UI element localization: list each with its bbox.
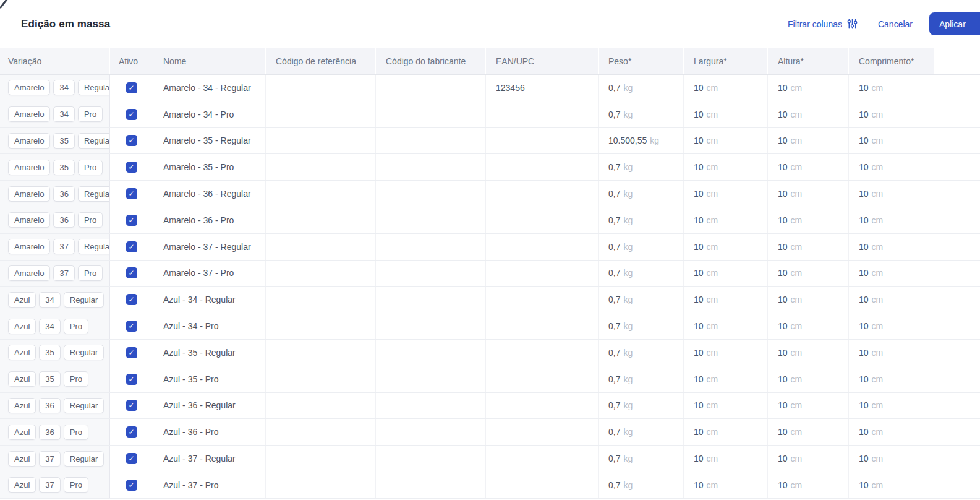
active-checkbox[interactable] [126,162,137,173]
active-checkbox[interactable] [126,347,137,358]
cell-codigo-fabricante[interactable] [376,446,486,472]
active-checkbox[interactable] [126,426,137,438]
cell-nome[interactable]: Azul - 35 - Pro [153,366,266,392]
cell-comprimento[interactable]: 10 cm [849,366,934,392]
cell-ean-upc[interactable] [486,261,599,287]
cell-nome[interactable]: Amarelo - 37 - Pro [153,261,266,287]
cell-codigo-fabricante[interactable] [376,101,486,127]
cell-ean-upc[interactable] [486,181,599,207]
cell-codigo-referencia[interactable] [266,287,376,312]
cell-largura[interactable]: 10 cm [684,128,768,154]
cell-codigo-referencia[interactable] [266,261,376,287]
cell-nome[interactable]: Amarelo - 34 - Regular [153,75,266,101]
cell-nome[interactable]: Azul - 34 - Regular [153,287,266,312]
cell-comprimento[interactable]: 10 cm [849,472,934,498]
cell-largura[interactable]: 10 cm [684,313,768,339]
cell-largura[interactable]: 10 cm [684,366,768,392]
cell-codigo-referencia[interactable] [266,419,376,445]
cell-altura[interactable]: 10 cm [768,446,849,472]
cell-ean-upc[interactable] [486,234,599,260]
active-checkbox[interactable] [126,374,137,385]
cell-codigo-fabricante[interactable] [376,366,486,392]
active-checkbox[interactable] [126,135,137,146]
cell-peso[interactable]: 0,7 kg [599,393,684,419]
cell-altura[interactable]: 10 cm [768,181,849,207]
cell-altura[interactable]: 10 cm [768,101,849,127]
apply-button[interactable]: Aplicar [929,12,980,35]
cell-comprimento[interactable]: 10 cm [849,154,934,180]
cell-comprimento[interactable]: 10 cm [849,287,934,312]
cell-largura[interactable]: 10 cm [684,181,768,207]
cell-largura[interactable]: 10 cm [684,287,768,312]
cell-largura[interactable]: 10 cm [684,234,768,260]
active-checkbox[interactable] [126,109,137,120]
cell-altura[interactable]: 10 cm [768,234,849,260]
cell-codigo-fabricante[interactable] [376,154,486,180]
cell-ean-upc[interactable] [486,287,599,312]
cell-largura[interactable]: 10 cm [684,261,768,287]
cell-codigo-fabricante[interactable] [376,261,486,287]
cell-codigo-referencia[interactable] [266,313,376,339]
cell-altura[interactable]: 10 cm [768,393,849,419]
cell-codigo-fabricante[interactable] [376,393,486,419]
cell-nome[interactable]: Azul - 34 - Pro [153,313,266,339]
cell-codigo-fabricante[interactable] [376,181,486,207]
cell-peso[interactable]: 0,7 kg [599,181,684,207]
cell-ean-upc[interactable] [486,128,599,154]
cell-codigo-referencia[interactable] [266,207,376,233]
cell-peso[interactable]: 0,7 kg [599,313,684,339]
cell-nome[interactable]: Azul - 36 - Pro [153,419,266,445]
cell-altura[interactable]: 10 cm [768,154,849,180]
cell-largura[interactable]: 10 cm [684,154,768,180]
cell-nome[interactable]: Amarelo - 35 - Regular [153,128,266,154]
cell-peso[interactable]: 0,7 kg [599,446,684,472]
cell-ean-upc[interactable] [486,446,599,472]
cancel-button[interactable]: Cancelar [878,19,913,29]
cell-codigo-fabricante[interactable] [376,75,486,101]
cell-codigo-referencia[interactable] [266,128,376,154]
cell-peso[interactable]: 0,7 kg [599,234,684,260]
cell-altura[interactable]: 10 cm [768,340,849,366]
active-checkbox[interactable] [126,215,137,226]
cell-ean-upc[interactable] [486,393,599,419]
cell-nome[interactable]: Amarelo - 37 - Regular [153,234,266,260]
cell-nome[interactable]: Amarelo - 36 - Pro [153,207,266,233]
cell-largura[interactable]: 10 cm [684,393,768,419]
cell-largura[interactable]: 10 cm [684,340,768,366]
cell-comprimento[interactable]: 10 cm [849,75,934,101]
cell-nome[interactable]: Amarelo - 36 - Regular [153,181,266,207]
cell-largura[interactable]: 10 cm [684,207,768,233]
active-checkbox[interactable] [126,321,137,332]
cell-comprimento[interactable]: 10 cm [849,181,934,207]
cell-peso[interactable]: 10.500,55 kg [599,128,684,154]
active-checkbox[interactable] [126,188,137,199]
cell-altura[interactable]: 10 cm [768,313,849,339]
cell-largura[interactable]: 10 cm [684,472,768,498]
cell-comprimento[interactable]: 10 cm [849,393,934,419]
active-checkbox[interactable] [126,241,137,252]
active-checkbox[interactable] [126,400,137,411]
cell-peso[interactable]: 0,7 kg [599,472,684,498]
cell-comprimento[interactable]: 10 cm [849,101,934,127]
cell-ean-upc[interactable] [486,366,599,392]
cell-altura[interactable]: 10 cm [768,261,849,287]
cell-codigo-referencia[interactable] [266,393,376,419]
cell-largura[interactable]: 10 cm [684,446,768,472]
cell-ean-upc[interactable] [486,340,599,366]
cell-ean-upc[interactable] [486,154,599,180]
cell-peso[interactable]: 0,7 kg [599,101,684,127]
cell-nome[interactable]: Amarelo - 34 - Pro [153,101,266,127]
cell-ean-upc[interactable] [486,313,599,339]
cell-comprimento[interactable]: 10 cm [849,234,934,260]
cell-ean-upc[interactable] [486,101,599,127]
cell-nome[interactable]: Azul - 36 - Regular [153,393,266,419]
cell-codigo-referencia[interactable] [266,75,376,101]
active-checkbox[interactable] [126,267,137,278]
cell-codigo-fabricante[interactable] [376,419,486,445]
cell-largura[interactable]: 10 cm [684,75,768,101]
cell-altura[interactable]: 10 cm [768,419,849,445]
cell-codigo-referencia[interactable] [266,234,376,260]
cell-nome[interactable]: Azul - 35 - Regular [153,340,266,366]
cell-nome[interactable]: Amarelo - 35 - Pro [153,154,266,180]
cell-peso[interactable]: 0,7 kg [599,340,684,366]
